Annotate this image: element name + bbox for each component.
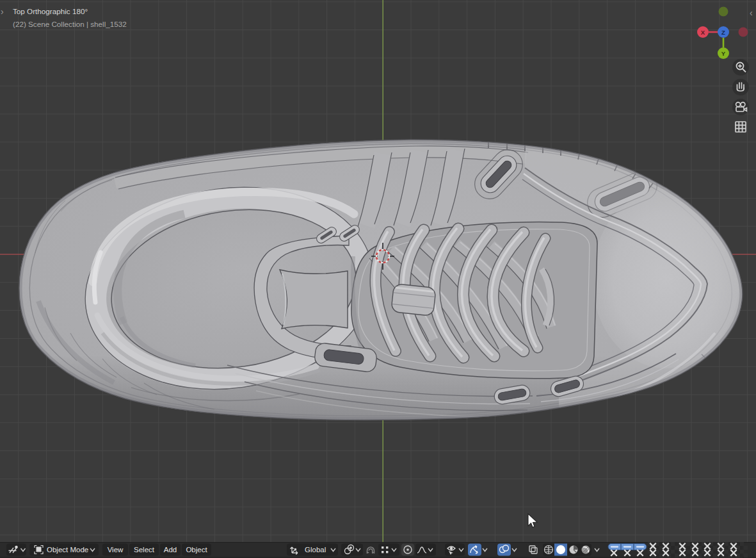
- svg-text:Select: Select: [134, 546, 155, 554]
- svg-text:Z: Z: [721, 29, 725, 36]
- svg-text:X: X: [701, 29, 705, 36]
- svg-text:Object Mode: Object Mode: [47, 546, 88, 554]
- svg-text:View: View: [108, 546, 124, 554]
- svg-text:Object: Object: [186, 546, 207, 554]
- svg-text:Y: Y: [721, 50, 726, 57]
- svg-text:Add: Add: [164, 546, 177, 554]
- svg-text:Global: Global: [305, 546, 326, 554]
